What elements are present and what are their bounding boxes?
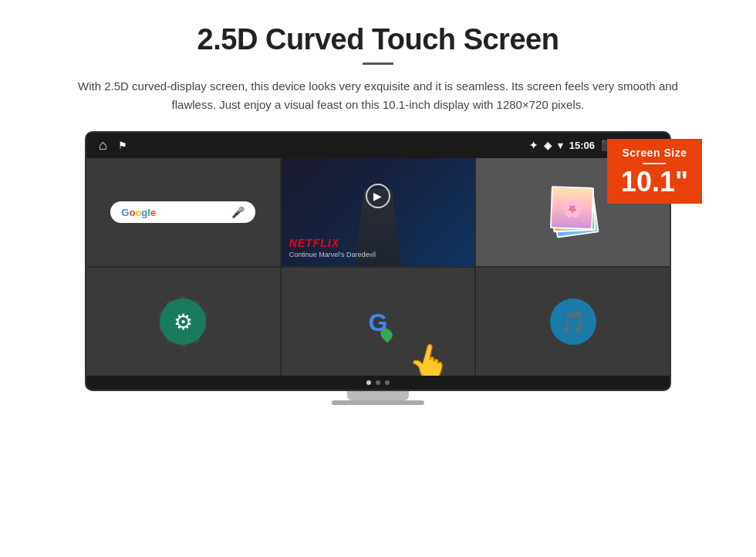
google-search-bar[interactable]: Google 🎤 xyxy=(110,201,255,223)
badge-size-value: 10.1" xyxy=(621,168,688,196)
device-base xyxy=(332,400,424,405)
status-bar: ⌂ ⚑ ✦ ◈ ▾ 15:06 ⬛ ◁ ✕ ▭ xyxy=(86,133,670,158)
page-description: With 2.5D curved-display screen, this de… xyxy=(62,77,694,114)
share-location-cell[interactable]: G 👆 Share location 1 × 1 xyxy=(282,268,475,376)
netflix-cell-content: ▶ NETFLIX Continue Marvel's Daredevil xyxy=(282,158,475,266)
wifi-icon: ▾ xyxy=(558,140,563,151)
settings-app-cell[interactable]: ⚙ ⚙ Settings shortcut 1 × 1 xyxy=(86,268,280,376)
location-icon: ◈ xyxy=(544,140,552,151)
page-title: 2.5D Curved Touch Screen xyxy=(31,23,725,56)
settings-icon: ⚙ xyxy=(160,299,206,345)
badge-title-text: Screen Size xyxy=(621,147,688,159)
sound-search-content: 🎵 xyxy=(476,268,670,376)
google-app-cell[interactable]: Google 🎤 Google 3 × 1 xyxy=(86,158,280,266)
screen-size-badge: Screen Size 10.1" xyxy=(607,139,702,204)
sound-search-icon: 🎵 xyxy=(550,299,596,345)
google-cell-content: Google 🎤 xyxy=(86,158,280,266)
hand-pointer-icon: 👆 xyxy=(403,338,456,376)
netflix-subtitle: Continue Marvel's Daredevil xyxy=(289,251,376,258)
nav-dot-2[interactable] xyxy=(376,380,380,385)
settings-cell-content: ⚙ ⚙ xyxy=(86,268,280,376)
nav-dot-1[interactable] xyxy=(366,380,371,385)
time-display: 15:06 xyxy=(569,140,595,151)
badge-divider xyxy=(643,163,666,164)
app-grid-area: Google 🎤 Google 3 × 1 ▶ xyxy=(86,158,670,376)
play-button[interactable]: ▶ xyxy=(366,184,390,208)
device-stand xyxy=(347,391,409,400)
device-frame-wrapper: Screen Size 10.1" ⌂ ⚑ ✦ ◈ ▾ 15:06 ⬛ ◁ ✕ xyxy=(31,131,725,391)
page-wrapper: 2.5D Curved Touch Screen With 2.5D curve… xyxy=(0,0,756,420)
title-divider xyxy=(363,62,393,65)
netflix-info: NETFLIX Continue Marvel's Daredevil xyxy=(289,237,376,258)
photo-card-3: 🌸 xyxy=(550,186,594,230)
photo-stack: 🌸 xyxy=(546,185,600,239)
device-frame: ⌂ ⚑ ✦ ◈ ▾ 15:06 ⬛ ◁ ✕ ▭ xyxy=(85,131,671,391)
usb-icon: ⚑ xyxy=(118,140,127,151)
navigation-dots xyxy=(86,376,670,390)
google-logo: Google xyxy=(121,207,156,218)
status-bar-left: ⌂ ⚑ xyxy=(99,137,127,154)
share-location-icon: G xyxy=(355,299,401,345)
netflix-app-cell[interactable]: ▶ NETFLIX Continue Marvel's Daredevil Ne… xyxy=(282,158,475,266)
share-location-content: G 👆 xyxy=(282,268,475,376)
home-icon[interactable]: ⌂ xyxy=(99,137,107,154)
sound-search-cell[interactable]: 🎵 Sound Search 1 × 1 xyxy=(476,268,670,376)
mic-icon[interactable]: 🎤 xyxy=(231,206,245,218)
nav-dot-3[interactable] xyxy=(385,380,390,385)
bluetooth-icon: ✦ xyxy=(529,140,538,151)
netflix-logo: NETFLIX xyxy=(289,237,376,249)
